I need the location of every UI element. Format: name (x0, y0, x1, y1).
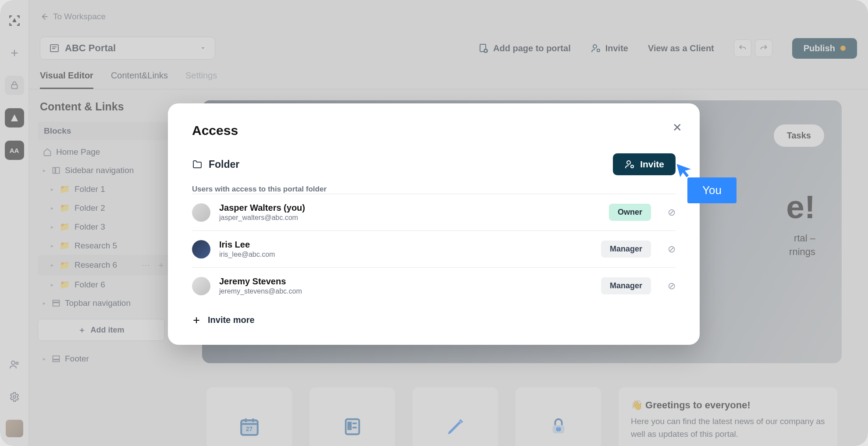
svg-point-21 (627, 161, 630, 164)
folder-heading: Folder (192, 159, 239, 170)
remove-access-icon[interactable]: ⊘ (668, 207, 676, 218)
access-modal: Access ✕ Folder Invite Users with access… (168, 103, 700, 345)
users-caption: Users with access to this portal folder (192, 185, 676, 194)
user-email: jasper_walters@abc.com (219, 214, 305, 222)
avatar (192, 203, 210, 222)
user-row: Iris Lee iris_lee@abc.com Manager ⊘ (192, 230, 676, 267)
remote-cursor-label: You (687, 177, 736, 203)
folder-icon (192, 159, 203, 170)
user-row: Jeremy Stevens jeremy_stevens@abc.com Ma… (192, 267, 676, 304)
role-badge[interactable]: Manager (601, 241, 651, 258)
user-name: Iris Lee (219, 240, 275, 250)
user-email: iris_lee@abc.com (219, 251, 275, 258)
modal-invite-button[interactable]: Invite (613, 153, 676, 175)
modal-title: Access (192, 123, 676, 138)
close-icon[interactable]: ✕ (672, 121, 682, 135)
user-name: Jeremy Stevens (219, 276, 302, 287)
plus-icon (192, 316, 201, 325)
user-email: jeremy_stevens@abc.com (219, 287, 302, 295)
role-badge[interactable]: Owner (609, 204, 651, 221)
user-row: Jasper Walters (you) jasper_walters@abc.… (192, 194, 676, 230)
invite-more-button[interactable]: Invite more (192, 315, 676, 325)
remove-access-icon[interactable]: ⊘ (668, 244, 676, 255)
role-badge[interactable]: Manager (601, 277, 651, 294)
user-name: Jasper Walters (you) (219, 203, 305, 213)
app-frame: AA To Workspace ABC Portal (0, 0, 868, 446)
remove-access-icon[interactable]: ⊘ (668, 280, 676, 292)
avatar (192, 240, 210, 258)
avatar (192, 277, 210, 295)
